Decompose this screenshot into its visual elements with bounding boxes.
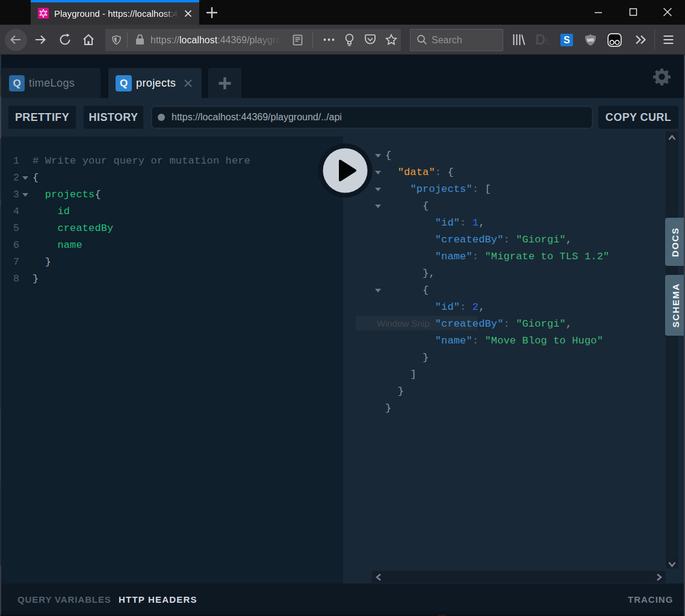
svg-text:uo: uo — [587, 37, 594, 43]
